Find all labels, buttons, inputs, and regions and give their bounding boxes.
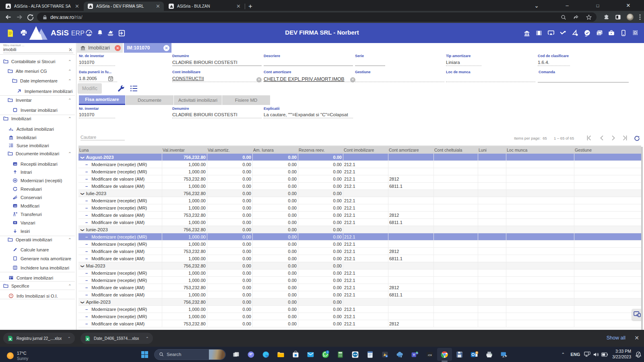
svg-text::CX: :CX [427, 353, 432, 356]
svg-text:1: 1 [327, 351, 328, 353]
svg-text:T: T [413, 353, 415, 357]
